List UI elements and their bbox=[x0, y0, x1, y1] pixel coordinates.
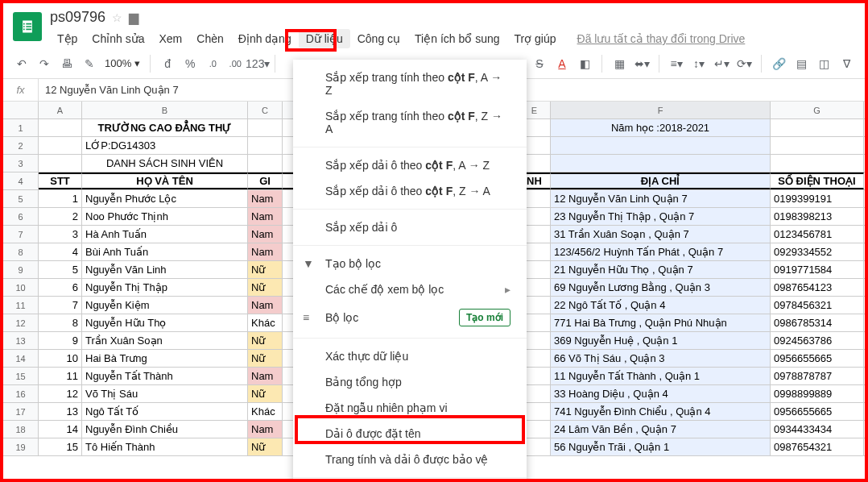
dd-filter[interactable]: ≡Bộ lọcTạo mới bbox=[293, 302, 527, 333]
cell-gender[interactable]: Nam bbox=[248, 421, 283, 438]
cell-stt[interactable]: 1 bbox=[39, 190, 82, 207]
dd-sort-range-za[interactable]: Sắp xếp dải ô theo cột F, Z → A bbox=[293, 178, 527, 204]
halign-icon[interactable]: ≡▾ bbox=[666, 53, 687, 74]
row-header[interactable]: 17 bbox=[3, 403, 39, 420]
cell[interactable] bbox=[248, 155, 283, 172]
cell-phone[interactable]: 0956655665 bbox=[771, 350, 864, 367]
folder-icon[interactable]: ▆ bbox=[129, 10, 138, 25]
cell[interactable] bbox=[248, 119, 283, 136]
cell-stt[interactable]: 3 bbox=[39, 226, 82, 243]
cell-address[interactable]: 23 Nguyễn Thị Thập , Quận 7 bbox=[551, 208, 771, 225]
cell[interactable] bbox=[39, 137, 82, 154]
cell-gender[interactable]: Nữ bbox=[248, 332, 283, 349]
cell[interactable] bbox=[551, 155, 771, 172]
cell[interactable] bbox=[771, 137, 864, 154]
cell-gender[interactable]: Nam bbox=[248, 190, 283, 207]
cell-address[interactable]: 22 Ngô Tất Tố , Quận 4 bbox=[551, 297, 771, 314]
row-header[interactable]: 16 bbox=[3, 385, 39, 402]
cell-address[interactable]: 56 Nguyễn Trãi , Quận 1 bbox=[551, 438, 771, 455]
filter-icon[interactable]: ∇ bbox=[836, 53, 857, 74]
menu-chỉnh-sửa[interactable]: Chỉnh sửa bbox=[85, 29, 151, 48]
row-header[interactable]: 11 bbox=[3, 297, 39, 314]
dd-sort-sheet-az[interactable]: Sắp xếp trang tính theo cột F, A → Z bbox=[293, 64, 527, 103]
cell-name[interactable]: Võ Thị Sáu bbox=[82, 385, 248, 402]
hdr-hoten[interactable]: HỌ VÀ TÊN bbox=[82, 172, 248, 189]
dd-data-validation[interactable]: Xác thực dữ liệu bbox=[293, 343, 527, 369]
cell[interactable] bbox=[248, 137, 283, 154]
hdr-gt[interactable]: GI bbox=[248, 172, 283, 189]
school-title[interactable]: TRƯỜNG CAO ĐẲNG THỰ bbox=[82, 119, 248, 136]
cell-name[interactable]: Nguyễn Kiệm bbox=[82, 297, 248, 314]
cell-address[interactable]: 12 Nguyễn Văn Linh Quận 7 bbox=[551, 190, 771, 207]
cell-address[interactable]: 11 Nguyễn Tất Thành , Quận 1 bbox=[551, 368, 771, 384]
cell-address[interactable]: 771 Hai Bà Trưng , Quận Phú Nhuận bbox=[551, 314, 771, 331]
chart-icon[interactable]: ◫ bbox=[813, 53, 834, 74]
row-header[interactable]: 12 bbox=[3, 314, 39, 331]
cell-gender[interactable]: Khác bbox=[248, 403, 283, 420]
sheets-logo[interactable] bbox=[13, 12, 42, 41]
cell-stt[interactable]: 7 bbox=[39, 297, 82, 314]
cell-stt[interactable]: 6 bbox=[39, 279, 82, 296]
year-label[interactable]: Năm học :2018-2021 bbox=[551, 119, 771, 136]
cell-phone[interactable]: 0123456781 bbox=[771, 226, 864, 243]
cell-name[interactable]: Nguyễn Đình Chiều bbox=[82, 421, 248, 438]
dd-protected[interactable]: Trang tính và dải ô được bảo vệ bbox=[293, 447, 527, 472]
dd-randomize[interactable]: Đặt ngẫu nhiên phạm vi bbox=[293, 395, 527, 421]
dd-sort-range-az[interactable]: Sắp xếp dải ô theo cột F, A → Z bbox=[293, 152, 527, 178]
fill-color-icon[interactable]: ◧ bbox=[574, 53, 595, 74]
menu-trợ-giúp[interactable]: Trợ giúp bbox=[507, 29, 564, 48]
dd-named-ranges[interactable]: Dải ô được đặt tên bbox=[293, 421, 527, 447]
dd-sort-range[interactable]: Sắp xếp dải ô bbox=[293, 214, 527, 240]
list-title[interactable]: DANH SÁCH SINH VIÊN bbox=[82, 155, 248, 172]
menu-định-dạng[interactable]: Định dạng bbox=[231, 29, 299, 48]
row-header[interactable]: 1 bbox=[3, 119, 39, 136]
cell-address[interactable]: 69 Nguyễn Lương Bằng , Quận 3 bbox=[551, 279, 771, 296]
row-header[interactable]: 9 bbox=[3, 261, 39, 278]
cell[interactable] bbox=[771, 155, 864, 172]
cell-phone[interactable]: 0934433434 bbox=[771, 421, 864, 438]
cell-stt[interactable]: 11 bbox=[39, 368, 82, 384]
print-icon[interactable]: 🖶 bbox=[56, 53, 77, 74]
cell-address[interactable]: 24 Lâm Văn Bền , Quận 7 bbox=[551, 421, 771, 438]
cell-stt[interactable]: 9 bbox=[39, 332, 82, 349]
row-header[interactable]: 6 bbox=[3, 208, 39, 225]
col-header-F[interactable]: F bbox=[551, 102, 771, 118]
dd-sort-sheet-za[interactable]: Sắp xếp trang tính theo cột F, Z → A bbox=[293, 103, 527, 142]
valign-icon[interactable]: ↕▾ bbox=[688, 53, 709, 74]
menu-xem[interactable]: Xem bbox=[152, 29, 190, 48]
hdr-diachi[interactable]: ĐỊA CHỈ bbox=[551, 172, 771, 189]
cell-name[interactable]: Hai Bà Trưng bbox=[82, 350, 248, 367]
cell-stt[interactable]: 2 bbox=[39, 208, 82, 225]
col-header-C[interactable]: C bbox=[248, 102, 283, 118]
cell-stt[interactable]: 15 bbox=[39, 438, 82, 455]
dec-decrease-icon[interactable]: .0 bbox=[202, 53, 223, 74]
cell-phone[interactable]: 0978878787 bbox=[771, 368, 864, 384]
cell-gender[interactable]: Nữ bbox=[248, 438, 283, 455]
cell-gender[interactable]: Nam bbox=[248, 297, 283, 314]
cell-name[interactable]: Noo Phước Thịnh bbox=[82, 208, 248, 225]
cell-name[interactable]: Nguyễn Tất Thành bbox=[82, 368, 248, 384]
currency-icon[interactable]: đ bbox=[157, 53, 178, 74]
cell-address[interactable]: 123/456/2 Huỳnh Tấn Phát , Quận 7 bbox=[551, 243, 771, 260]
cell-phone[interactable]: 0199399191 bbox=[771, 190, 864, 207]
row-header[interactable]: 15 bbox=[3, 368, 39, 384]
cell-phone[interactable]: 0919771584 bbox=[771, 261, 864, 278]
cell-gender[interactable]: Nữ bbox=[248, 261, 283, 278]
cell-gender[interactable]: Nam bbox=[248, 243, 283, 260]
select-all-corner[interactable] bbox=[3, 102, 39, 118]
menu-dữ-liệu[interactable]: Dữ liệu bbox=[299, 29, 350, 48]
cell-stt[interactable]: 14 bbox=[39, 421, 82, 438]
cell-name[interactable]: Nguyễn Hữu Thọ bbox=[82, 314, 248, 331]
row-header[interactable]: 2 bbox=[3, 137, 39, 154]
row-header[interactable]: 4 bbox=[3, 172, 39, 189]
text-color-icon[interactable]: A bbox=[552, 53, 572, 74]
star-icon[interactable]: ☆ bbox=[112, 11, 122, 24]
cell-gender[interactable]: Nam bbox=[248, 226, 283, 243]
hdr-stt[interactable]: STT bbox=[39, 172, 82, 189]
cell-phone[interactable]: 0987654123 bbox=[771, 279, 864, 296]
cell-name[interactable]: Hà Anh Tuấn bbox=[82, 226, 248, 243]
redo-icon[interactable]: ↷ bbox=[34, 53, 55, 74]
cell-gender[interactable]: Nữ bbox=[248, 350, 283, 367]
hdr-dt[interactable]: SỐ ĐIỆN THOẠI bbox=[771, 172, 864, 189]
row-header[interactable]: 3 bbox=[3, 155, 39, 172]
